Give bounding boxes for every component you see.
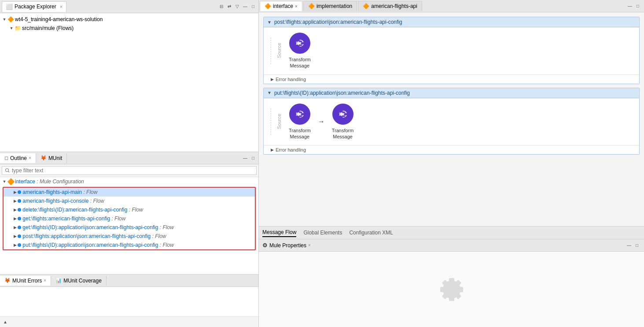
maximize-icon[interactable]: □ [250,3,257,10]
flow-arrow-3[interactable]: ▶ [12,216,18,221]
bottom-panel: 🦊 MUnit Errors × 📊 MUnit Coverage ▲ [0,274,258,327]
transform-label-post: TransformMessage [289,56,311,69]
flow-put-error-header[interactable]: ▶ Error handling [271,147,632,152]
package-explorer-tab[interactable]: ⬜ Package Explorer × [2,1,66,12]
scroll-up-arrow[interactable]: ▲ [2,319,9,326]
flow-type-3: : Flow [110,216,125,222]
flow-type-6: : Flow [158,242,173,248]
flow-name-4: get:\flights\(ID):application\json:ameri… [22,224,158,230]
tree-arrow-src[interactable]: ▼ [9,26,14,31]
flow-dot-1 [18,199,21,203]
flow-put-error: ▶ Error handling [264,145,639,154]
package-explorer-tree: ▼ 🔶 wt4-5_training4-american-ws-solution… [0,13,258,152]
tab-munit[interactable]: 🦊 MUnit [36,153,67,163]
package-explorer-header: ⬜ Package Explorer × ⊟ ⇄ ▽ — □ [0,0,258,13]
editor-tab-interface[interactable]: 🔶 interface × [260,1,302,11]
outline-filter [0,164,258,177]
error-arrow-put: ▶ [271,148,274,152]
flow-post-error-header[interactable]: ▶ Error handling [271,77,632,82]
flow-post-header[interactable]: ▼ post:\flights:application\json:america… [264,17,639,27]
flow-item-1[interactable]: ▶ american-flights-api-console : Flow [4,197,255,205]
maximize-outline-icon[interactable]: □ [250,155,257,162]
canvas-tab-global-elements[interactable]: Global Elements [303,229,342,237]
transform-message-icon-put1 [289,104,310,125]
implementation-tab-label: implementation [316,3,352,9]
tree-item-interface-root[interactable]: ▼ 🔶 interface : Mule Configuration [0,177,258,186]
interface-tab-close[interactable]: × [295,4,298,9]
flow-put-transform1[interactable]: TransformMessage [289,104,311,140]
munit-tab-label: MUnit [48,155,62,161]
package-explorer-title: Package Explorer [15,4,56,10]
flow-item-3[interactable]: ▶ get:\flights:american-flights-api-conf… [4,214,255,223]
editor-tab-implementation[interactable]: 🔶 implementation [303,1,357,11]
flow-item-5[interactable]: ▶ post:\flights:application\json:america… [4,232,255,241]
project-icon: 🔶 [7,16,14,23]
minimize-icon[interactable]: — [242,3,249,10]
bottom-panel-content [0,287,258,316]
outline-close-icon[interactable]: × [29,156,31,160]
transform-message-icon-put2 [332,104,353,125]
flow-put-header[interactable]: ▼ put:\flights\(ID):application\json:ame… [264,88,639,98]
flow-item-6[interactable]: ▶ put:\flights\(ID):application\json:ame… [4,241,255,249]
root-arrow[interactable]: ▼ [2,179,7,184]
properties-panel: ⚙ Mule Properties × — □ [259,239,644,327]
outline-tab-label: Outline [10,155,27,161]
flow-name-2: delete:\flights\(ID):american-flights-ap… [22,207,127,213]
flow-put-transform2[interactable]: TransformMessage [332,104,354,140]
flow-put-components: TransformMessage → [289,104,353,140]
flow-arrow-4[interactable]: ▶ [12,225,18,230]
flow-name-3: get:\flights:american-flights-api-config [22,216,110,222]
tree-item-project[interactable]: ▼ 🔶 wt4-5_training4-american-ws-solution [0,15,258,24]
outline-filter-input[interactable] [2,166,257,175]
tab-outline[interactable]: ◻ Outline × [0,153,36,163]
munit-coverage-label: MUnit Coverage [63,278,102,284]
flow-name-0: american-flights-api-main [22,189,82,195]
flow-dot-2 [18,208,21,212]
properties-tab-close[interactable]: × [308,243,311,248]
view-menu-icon[interactable]: ▽ [234,3,241,10]
munit-errors-icon: 🦊 [4,278,11,283]
flow-label-2: delete:\flights\(ID):american-flights-ap… [22,207,143,213]
flow-arrow-2[interactable]: ▶ [12,207,18,212]
flow-arrow-5[interactable]: ▶ [12,234,18,239]
flow-item-2[interactable]: ▶ delete:\flights\(ID):american-flights-… [4,205,255,214]
flow-dot-6 [18,243,21,247]
package-explorer-close[interactable]: × [60,4,63,9]
editor-maximize-icon[interactable]: □ [634,3,641,10]
link-editor-icon[interactable]: ⇄ [226,3,233,10]
flow-item-0[interactable]: ▶ american-flights-api-main : Flow [4,188,255,197]
canvas-tab-message-flow[interactable]: Message Flow [262,228,296,237]
flow-item-4[interactable]: ▶ get:\flights\(ID):application\json:ame… [4,223,255,232]
folder-icon: 📁 [14,25,21,32]
flow-label-5: post:\flights:application\json:american-… [22,233,166,239]
outline-tab-icon: ◻ [4,155,8,161]
tab-munit-coverage[interactable]: 📊 MUnit Coverage [51,276,107,286]
editor-tabs: 🔶 interface × 🔶 implementation 🔶 america… [259,0,644,12]
tree-item-src[interactable]: ▼ 📁 src/main/mule (Flows) [0,24,258,33]
editor-tab-american-flights[interactable]: 🔶 american-flights-api [358,1,422,11]
flow-post-transform[interactable]: TransformMessage [289,33,311,69]
minimize-outline-icon[interactable]: — [242,155,249,162]
flow-arrow-0[interactable]: ▶ [12,190,18,195]
implementation-tab-icon: 🔶 [308,3,315,9]
tree-arrow[interactable]: ▼ [2,17,7,22]
flow-label-4: get:\flights\(ID):application\json:ameri… [22,224,173,230]
flow-type-4: : Flow [158,224,173,230]
flow-arrow-6[interactable]: ▶ [12,242,18,248]
canvas-bottom-tabs: Message Flow Global Elements Configurati… [259,226,644,239]
munit-errors-close[interactable]: × [44,278,46,283]
flow-dot-5 [18,234,21,238]
flow-type-2: : Flow [127,207,143,213]
canvas-tab-configuration-xml[interactable]: Configuration XML [349,229,393,237]
outline-section: ◻ Outline × 🦊 MUnit — □ [0,152,258,274]
properties-maximize-icon[interactable]: □ [633,242,640,249]
collapse-all-icon[interactable]: ⊟ [218,3,225,10]
flow-post-body: Source [264,27,639,74]
properties-minimize-icon[interactable]: — [626,242,633,249]
editor-minimize-icon[interactable]: — [626,3,633,10]
flow-arrow-1[interactable]: ▶ [12,198,18,204]
properties-title: Mule Properties [269,242,306,249]
flow-arrow-connector: → [318,118,325,126]
tab-munit-errors[interactable]: 🦊 MUnit Errors × [0,276,51,286]
american-flights-tab-icon: 🔶 [363,3,369,9]
